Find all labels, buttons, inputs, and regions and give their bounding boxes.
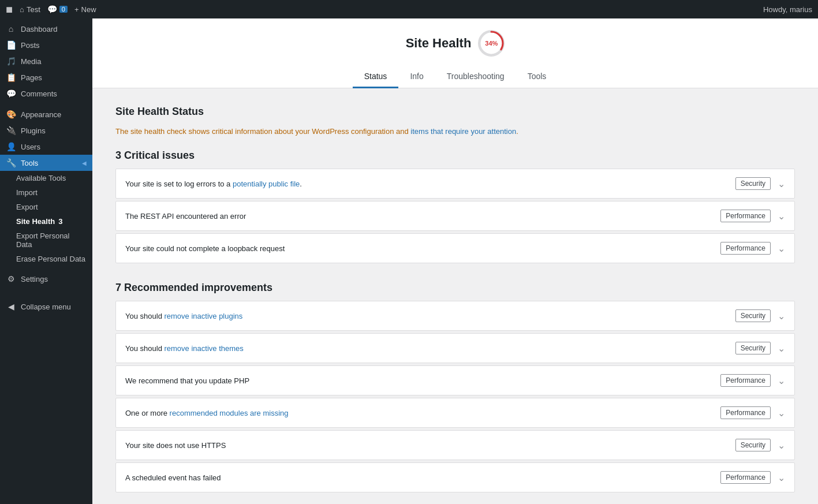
tools-icon: 🔧 (6, 158, 16, 167)
collapse-icon: ◀ (6, 302, 16, 311)
pages-icon: 📋 (6, 73, 16, 82)
sidebar: ⌂ Dashboard 📄 Posts 🎵 Media 📋 Pages 💬 Co… (0, 18, 92, 504)
issue-inactive-themes: You should remove inactive themes Securi… (115, 333, 795, 363)
wp-logo[interactable]: ■ (6, 3, 13, 16)
dashboard-icon: ⌂ (6, 24, 16, 33)
site-name: Test (27, 5, 40, 14)
issue-log-errors-badge: Security (735, 177, 771, 190)
sidebar-submenu-site-health[interactable]: Site Health 3 (0, 214, 92, 229)
description-text: The site health check shows critical inf… (115, 127, 795, 136)
tab-troubleshooting[interactable]: Troubleshooting (435, 66, 516, 88)
sidebar-item-settings[interactable]: ⚙ Settings (0, 271, 92, 287)
issue-rest-api-text: The REST API encountered an error (125, 212, 714, 221)
media-icon: 🎵 (6, 57, 16, 66)
sidebar-label-media: Media (21, 57, 41, 66)
topbar-site[interactable]: ⌂ Test (20, 5, 40, 14)
topbar-howdy: Howdy, marius (763, 5, 812, 14)
sidebar-label-settings: Settings (21, 275, 48, 283)
issue-log-errors-link[interactable]: potentially public file (233, 180, 300, 188)
comments-icon: 💬 (6, 89, 16, 98)
top-bar: ■ ⌂ Test 💬 0 + New Howdy, marius (0, 0, 818, 18)
tools-submenu: Available Tools Import Export Site Healt… (0, 171, 92, 266)
issue-inactive-plugins-badge: Security (735, 309, 771, 322)
plus-icon: + (74, 5, 79, 14)
sidebar-item-dashboard[interactable]: ⌂ Dashboard (0, 21, 92, 37)
sidebar-item-comments[interactable]: 💬 Comments (0, 85, 92, 102)
tabs: Status Info Troubleshooting Tools (104, 66, 806, 88)
section-title: Site Health Status (115, 106, 795, 118)
issue-inactive-plugins-chevron[interactable]: ⌄ (778, 311, 785, 322)
plugins-icon: 🔌 (6, 126, 16, 135)
sidebar-item-tools[interactable]: 🔧 Tools ◀ (0, 155, 92, 171)
issue-missing-modules-chevron[interactable]: ⌄ (778, 408, 785, 419)
home-icon: ⌂ (20, 5, 24, 14)
issue-log-errors-text: Your site is set to log errors to a pote… (125, 180, 729, 188)
tab-info[interactable]: Info (398, 66, 435, 88)
tools-arrow-icon: ◀ (82, 160, 87, 166)
settings-icon: ⚙ (6, 274, 16, 283)
issue-missing-modules: One or more recommended modules are miss… (115, 398, 795, 428)
issue-inactive-themes-chevron[interactable]: ⌄ (778, 343, 785, 354)
issue-update-php-chevron[interactable]: ⌄ (778, 375, 785, 386)
sidebar-submenu-erase-personal[interactable]: Erase Personal Data (0, 252, 92, 266)
critical-issues-section: 3 Critical issues Your site is set to lo… (115, 150, 795, 263)
issue-scheduled-event-chevron[interactable]: ⌄ (778, 472, 785, 483)
issue-loopback-chevron[interactable]: ⌄ (778, 243, 785, 254)
issue-scheduled-event-badge: Performance (720, 471, 771, 484)
sidebar-label-pages: Pages (21, 73, 42, 82)
page-title-row: Site Health 34% (104, 30, 806, 57)
sidebar-submenu-export-personal[interactable]: Export Personal Data (0, 229, 92, 252)
content-area: Site Health Status The site health check… (92, 88, 818, 504)
issue-rest-api-badge: Performance (720, 210, 771, 222)
sidebar-collapse-menu[interactable]: ◀ Collapse menu (0, 298, 92, 315)
sidebar-main-nav: ⌂ Dashboard 📄 Posts 🎵 Media 📋 Pages 💬 Co… (0, 18, 92, 289)
sidebar-label-posts: Posts (21, 41, 40, 50)
sidebar-item-posts[interactable]: 📄 Posts (0, 37, 92, 53)
new-label: New (81, 5, 96, 14)
issue-update-php-text: We recommend that you update PHP (125, 376, 714, 385)
collapse-label: Collapse menu (21, 303, 71, 311)
topbar-new[interactable]: + New (74, 5, 96, 14)
recommended-issues-section: 7 Recommended improvements You should re… (115, 282, 795, 492)
tab-status[interactable]: Status (353, 66, 399, 88)
sidebar-label-appearance: Appearance (21, 110, 61, 119)
critical-issues-list: Your site is set to log errors to a pote… (115, 169, 795, 263)
sidebar-item-appearance[interactable]: 🎨 Appearance (0, 106, 92, 122)
critical-count: 3 Critical issues (115, 150, 795, 162)
page-title: Site Health (406, 36, 472, 51)
main-content: Site Health 34% Status Info Troubleshoot… (92, 18, 818, 504)
comment-count: 0 (59, 6, 68, 13)
sidebar-submenu-import[interactable]: Import (0, 185, 92, 200)
issue-loopback: Your site could not complete a loopback … (115, 233, 795, 263)
sidebar-item-users[interactable]: 👤 Users (0, 139, 92, 155)
health-percent: 34% (485, 40, 498, 47)
issue-missing-modules-link[interactable]: recommended modules are missing (170, 409, 289, 417)
topbar-comments[interactable]: 💬 0 (47, 5, 68, 14)
issue-missing-modules-badge: Performance (720, 406, 771, 419)
sidebar-item-media[interactable]: 🎵 Media (0, 53, 92, 69)
issue-no-https-chevron[interactable]: ⌄ (778, 440, 785, 451)
description-link[interactable]: items that require your attention (410, 127, 516, 136)
page-header: Site Health 34% Status Info Troubleshoot… (92, 18, 818, 88)
issue-no-https-text: Your site does not use HTTPS (125, 441, 729, 450)
issue-inactive-themes-link[interactable]: remove inactive themes (164, 344, 243, 353)
sidebar-label-users: Users (21, 143, 40, 151)
tab-tools[interactable]: Tools (516, 66, 558, 88)
issue-scheduled-event-text: A scheduled event has failed (125, 473, 714, 482)
sidebar-submenu-available-tools[interactable]: Available Tools (0, 171, 92, 185)
issue-inactive-plugins-link[interactable]: remove inactive plugins (164, 312, 242, 320)
issue-rest-api-chevron[interactable]: ⌄ (778, 211, 785, 222)
sidebar-label-tools: Tools (21, 159, 38, 167)
issue-inactive-plugins: You should remove inactive plugins Secur… (115, 301, 795, 331)
site-health-badge: 3 (58, 217, 62, 226)
sidebar-submenu-export[interactable]: Export (0, 200, 92, 214)
sidebar-label-comments: Comments (21, 89, 57, 98)
issue-log-errors-chevron[interactable]: ⌄ (778, 178, 785, 189)
issue-inactive-plugins-text: You should remove inactive plugins (125, 312, 729, 320)
appearance-icon: 🎨 (6, 110, 16, 119)
comment-icon: 💬 (47, 5, 57, 14)
sidebar-item-plugins[interactable]: 🔌 Plugins (0, 122, 92, 139)
sidebar-item-pages[interactable]: 📋 Pages (0, 69, 92, 85)
issue-log-errors: Your site is set to log errors to a pote… (115, 169, 795, 199)
layout: ⌂ Dashboard 📄 Posts 🎵 Media 📋 Pages 💬 Co… (0, 18, 818, 504)
